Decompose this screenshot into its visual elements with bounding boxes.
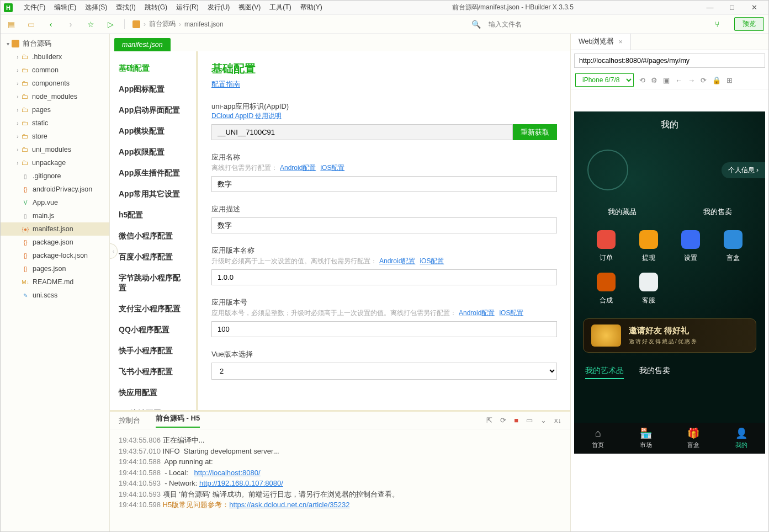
- android-config-link[interactable]: Android配置: [280, 164, 316, 172]
- run-icon[interactable]: ▷: [104, 20, 116, 29]
- file-row[interactable]: M↓README.md: [1, 275, 109, 289]
- appdesc-input[interactable]: [211, 217, 557, 233]
- minimize-button[interactable]: —: [699, 3, 721, 12]
- seg-my-art[interactable]: 我的艺术品: [585, 366, 624, 379]
- manifest-nav-item[interactable]: uni统计配置: [110, 403, 196, 410]
- menu-item[interactable]: 跳转(G): [140, 3, 172, 12]
- versionname-input[interactable]: [211, 269, 557, 285]
- file-explorer[interactable]: ▾ 前台源码 ›🗀.hbuilderx›🗀common›🗀components›…: [1, 34, 110, 531]
- manifest-nav-item[interactable]: App原生插件配置: [110, 163, 196, 184]
- menu-item[interactable]: 运行(R): [172, 3, 203, 12]
- appid-input[interactable]: [211, 124, 513, 140]
- manifest-nav-item[interactable]: 快应用配置: [110, 382, 196, 403]
- console-restart-icon[interactable]: ⟳: [500, 416, 506, 424]
- lock-icon[interactable]: 🔒: [712, 76, 721, 84]
- menu-item[interactable]: 编辑(E): [50, 3, 81, 12]
- browser-refresh-icon[interactable]: ⟳: [701, 76, 707, 84]
- manifest-nav-item[interactable]: App模块配置: [110, 121, 196, 142]
- avatar[interactable]: [587, 150, 628, 190]
- ios-config-link[interactable]: iOS配置: [320, 164, 344, 172]
- manifest-nav-item[interactable]: QQ小程序配置: [110, 320, 196, 341]
- my-sales-link[interactable]: 我的售卖: [703, 207, 732, 217]
- menu-item[interactable]: 发行(U): [203, 3, 235, 12]
- folder-row[interactable]: ›🗀.hbuilderx: [1, 50, 109, 63]
- invite-banner[interactable]: 邀请好友 得好礼 邀请好友得藏品/优惠券: [583, 318, 756, 353]
- grid-item[interactable]: 合成: [585, 273, 628, 305]
- preview-button[interactable]: 预览: [734, 17, 764, 31]
- manifest-nav-item[interactable]: 支付宝小程序配置: [110, 299, 196, 320]
- manifest-nav-item[interactable]: 字节跳动小程序配置: [110, 268, 196, 299]
- folder-row[interactable]: ›🗀node_modules: [1, 90, 109, 103]
- nav-forward-icon[interactable]: ›: [65, 20, 77, 29]
- console-link[interactable]: https://ask.dcloud.net.cn/article/35232: [229, 501, 349, 509]
- console-tab-h5[interactable]: 前台源码 - H5: [156, 413, 200, 428]
- console-collapse-icon[interactable]: ⌄: [540, 416, 547, 424]
- android-config-link-2[interactable]: Android配置: [379, 257, 415, 265]
- nav-item[interactable]: 🏪市场: [622, 423, 670, 454]
- gear-icon[interactable]: ⚙: [651, 76, 657, 84]
- profile-badge[interactable]: 个人信息 ›: [722, 162, 765, 178]
- config-guide-link[interactable]: 配置指南: [211, 80, 240, 88]
- new-file-icon[interactable]: ▤: [5, 20, 17, 29]
- grid-item[interactable]: 订单: [585, 230, 628, 263]
- device-frame[interactable]: 我的 个人信息 › 我的藏品 我的售卖 订单提现设置盲盒合成客服 邀请好友 得好…: [574, 111, 765, 454]
- browser-url-input[interactable]: [574, 54, 765, 68]
- filter-icon[interactable]: ⑂: [711, 20, 723, 29]
- rotate-icon[interactable]: ⟲: [639, 76, 645, 84]
- manifest-nav-item[interactable]: 百度小程序配置: [110, 247, 196, 268]
- file-row[interactable]: ✎uni.scss: [1, 289, 109, 302]
- manifest-nav-item[interactable]: 基础配置: [110, 58, 196, 79]
- browser-back-icon[interactable]: ←: [675, 76, 682, 84]
- file-row[interactable]: VApp.vue: [1, 196, 109, 209]
- file-row[interactable]: ▯.gitignore: [1, 169, 109, 183]
- console-tab-default[interactable]: 控制台: [119, 416, 140, 425]
- breadcrumb[interactable]: › 前台源码 › manifest.json: [132, 19, 224, 29]
- refetch-appid-button[interactable]: 重新获取: [513, 124, 557, 140]
- file-row[interactable]: {●}manifest.json: [1, 222, 109, 236]
- tab-manifest[interactable]: manifest.json: [114, 38, 171, 51]
- folder-row[interactable]: ›🗀static: [1, 116, 109, 130]
- breadcrumb-project[interactable]: 前台源码: [149, 19, 176, 29]
- nav-item[interactable]: 👤我的: [718, 423, 766, 454]
- manifest-nav-item[interactable]: 飞书小程序配置: [110, 361, 196, 382]
- file-search[interactable]: 🔍: [471, 18, 703, 30]
- search-input[interactable]: [484, 18, 703, 30]
- manifest-nav-item[interactable]: 快手小程序配置: [110, 341, 196, 361]
- screenshot-icon[interactable]: ▣: [663, 76, 670, 84]
- menu-item[interactable]: 查找(I): [112, 3, 140, 12]
- vue-version-select[interactable]: 2: [211, 363, 557, 380]
- seg-my-sales[interactable]: 我的售卖: [639, 366, 670, 379]
- menu-item[interactable]: 视图(V): [234, 3, 265, 12]
- menu-item[interactable]: 文件(F): [19, 3, 50, 12]
- browser-forward-icon[interactable]: →: [688, 76, 695, 84]
- nav-item[interactable]: ⌂首页: [574, 423, 622, 454]
- maximize-button[interactable]: □: [721, 3, 743, 12]
- folder-row[interactable]: ›🗀unpackage: [1, 156, 109, 169]
- manifest-nav-item[interactable]: App图标配置: [110, 79, 196, 100]
- ios-config-link-2[interactable]: iOS配置: [420, 257, 444, 265]
- manifest-nav-item[interactable]: h5配置: [110, 205, 196, 226]
- device-select[interactable]: iPhone 6/7/8: [575, 73, 634, 87]
- folder-row[interactable]: ›🗀store: [1, 130, 109, 143]
- menu-item[interactable]: 选择(S): [81, 3, 112, 12]
- browser-tab[interactable]: Web浏览器×: [571, 34, 631, 50]
- file-row[interactable]: {}package-lock.json: [1, 249, 109, 262]
- breadcrumb-file[interactable]: manifest.json: [184, 20, 224, 28]
- qr-icon[interactable]: ⊞: [726, 76, 733, 84]
- close-icon[interactable]: ×: [618, 38, 622, 46]
- grid-item[interactable]: 客服: [628, 273, 670, 305]
- manifest-nav-item[interactable]: App权限配置: [110, 142, 196, 163]
- project-root[interactable]: ▾ 前台源码: [1, 37, 109, 50]
- console-close-icon[interactable]: x↓: [554, 416, 561, 424]
- console-link[interactable]: http://192.168.0.107:8080/: [199, 479, 283, 487]
- menu-item[interactable]: 工具(T): [265, 3, 295, 12]
- android-config-link-3[interactable]: Android配置: [459, 309, 495, 317]
- manifest-nav-item[interactable]: App常用其它设置: [110, 184, 196, 205]
- versioncode-input[interactable]: [211, 321, 557, 337]
- folder-row[interactable]: ›🗀uni_modules: [1, 143, 109, 156]
- nav-item[interactable]: 🎁盲盒: [670, 423, 718, 454]
- folder-row[interactable]: ›🗀pages: [1, 103, 109, 116]
- console-export-icon[interactable]: ⇱: [486, 416, 492, 424]
- nav-back-icon[interactable]: ‹: [45, 20, 57, 29]
- appid-help-link[interactable]: DCloud AppID 使用说明: [211, 112, 282, 120]
